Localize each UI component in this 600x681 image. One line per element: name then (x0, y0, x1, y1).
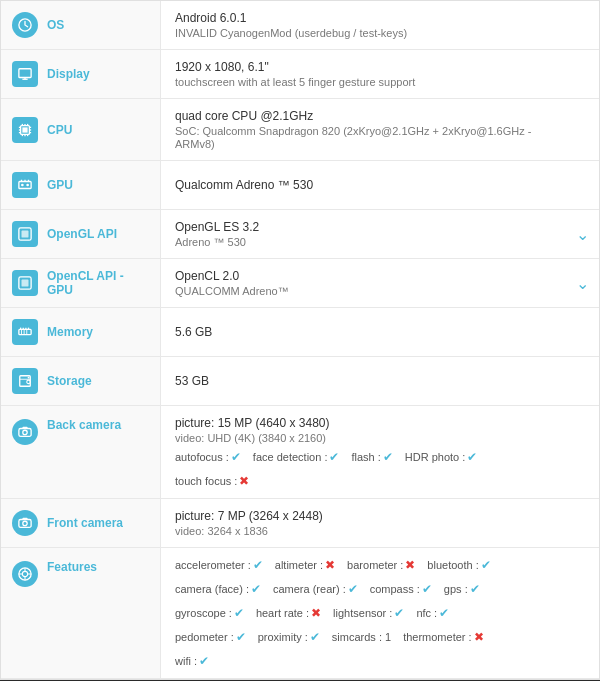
backcamera-sub: video: UHD (4K) (3840 x 2160) (175, 432, 567, 444)
cpu-sub: SoC: Qualcomm Snapdragon 820 (2xKryo@2.1… (175, 125, 567, 137)
svg-point-22 (21, 184, 24, 187)
label-opengl: OpenGL API (1, 210, 161, 258)
os-main: Android 6.0.1 (175, 11, 567, 25)
svg-rect-25 (22, 231, 29, 238)
opencl-sub: QUALCOMM Adreno™ (175, 285, 567, 297)
opencl-chevron[interactable]: ⌄ (576, 274, 589, 293)
label-display: Display (1, 50, 161, 98)
row-opencl: OpenCL API - GPU OpenCL 2.0 QUALCOMM Adr… (1, 259, 599, 308)
row-features: Features accelerometer : ✔ altimeter : ✖… (1, 548, 599, 679)
os-value: Android 6.0.1 INVALID CyanogenMod (userd… (161, 1, 599, 49)
features-label: Features (47, 560, 97, 574)
cpu-label: CPU (47, 123, 72, 137)
display-sub: touchscreen with at least 5 finger gestu… (175, 76, 567, 88)
svg-rect-42 (22, 427, 27, 429)
svg-point-38 (28, 377, 30, 379)
backcamera-label: Back camera (47, 418, 121, 432)
display-value: 1920 x 1080, 6.1" touchscreen with at le… (161, 50, 599, 98)
features-value: accelerometer : ✔ altimeter : ✖ baromete… (161, 548, 599, 678)
cpu-value: quad core CPU @2.1GHz SoC: Qualcomm Snap… (161, 99, 599, 160)
label-storage: Storage (1, 357, 161, 405)
opengl-value: OpenGL ES 3.2 Adreno ™ 530 ⌄ (161, 210, 599, 258)
svg-point-39 (27, 380, 31, 384)
cpu-icon (11, 116, 39, 144)
features-line-3: gyroscope : ✔ heart rate : ✖ lightsensor… (175, 606, 567, 620)
display-label: Display (47, 67, 90, 81)
opengl-chevron[interactable]: ⌄ (576, 225, 589, 244)
opencl-main: OpenCL 2.0 (175, 269, 567, 283)
backcamera-value: picture: 15 MP (4640 x 3480) video: UHD … (161, 406, 599, 498)
memory-value: 5.6 GB (161, 308, 599, 356)
row-cpu: CPU quad core CPU @2.1GHz SoC: Qualcomm … (1, 99, 599, 161)
frontcamera-sub: video: 3264 x 1836 (175, 525, 567, 537)
cpu-sub2: ARMv8) (175, 138, 567, 150)
frontcamera-value: picture: 7 MP (3264 x 2448) video: 3264 … (161, 499, 599, 547)
label-os: OS (1, 1, 161, 49)
svg-rect-27 (22, 280, 29, 287)
os-label: OS (47, 18, 64, 32)
backcamera-features-line2: touch focus : ✖ (175, 474, 567, 488)
svg-rect-45 (22, 518, 27, 520)
feature-autofocus: autofocus : ✔ (175, 450, 241, 464)
os-sub: INVALID CyanogenMod (userdebug / test-ke… (175, 27, 567, 39)
label-features: Features (1, 548, 161, 678)
svg-rect-1 (19, 69, 31, 78)
gpu-value: Qualcomm Adreno ™ 530 (161, 161, 599, 209)
feature-face-detection: face detection : ✔ (253, 450, 340, 464)
opencl-icon (11, 269, 39, 297)
row-display: Display 1920 x 1080, 6.1" touchscreen wi… (1, 50, 599, 99)
display-main: 1920 x 1080, 6.1" (175, 60, 567, 74)
svg-rect-18 (19, 182, 31, 189)
backcamera-icon (11, 418, 39, 446)
features-line-2: camera (face) : ✔ camera (rear) : ✔ comp… (175, 582, 567, 596)
storage-icon (11, 367, 39, 395)
memory-icon (11, 318, 39, 346)
os-icon (11, 11, 39, 39)
feature-flash: flash : ✔ (351, 450, 392, 464)
svg-point-47 (22, 571, 27, 576)
gpu-label: GPU (47, 178, 73, 192)
svg-point-44 (23, 521, 27, 525)
row-storage: Storage 53 GB (1, 357, 599, 406)
gpu-icon (11, 171, 39, 199)
opengl-main: OpenGL ES 3.2 (175, 220, 567, 234)
row-memory: Memory 5.6 GB (1, 308, 599, 357)
device-info-table: OS Android 6.0.1 INVALID CyanogenMod (us… (0, 0, 600, 680)
memory-main: 5.6 GB (175, 325, 567, 339)
storage-value: 53 GB (161, 357, 599, 405)
memory-label: Memory (47, 325, 93, 339)
row-gpu: GPU Qualcomm Adreno ™ 530 (1, 161, 599, 210)
frontcamera-main: picture: 7 MP (3264 x 2448) (175, 509, 567, 523)
label-gpu: GPU (1, 161, 161, 209)
opengl-label: OpenGL API (47, 227, 117, 241)
backcamera-main: picture: 15 MP (4640 x 3480) (175, 416, 567, 430)
label-memory: Memory (1, 308, 161, 356)
row-backcamera: Back camera picture: 15 MP (4640 x 3480)… (1, 406, 599, 499)
label-frontcamera: Front camera (1, 499, 161, 547)
opengl-sub: Adreno ™ 530 (175, 236, 567, 248)
feature-touch-focus: touch focus : ✖ (175, 474, 249, 488)
label-opencl: OpenCL API - GPU (1, 259, 161, 307)
opencl-value: OpenCL 2.0 QUALCOMM Adreno™ ⌄ (161, 259, 599, 307)
label-backcamera: Back camera (1, 406, 161, 498)
display-icon (11, 60, 39, 88)
cpu-main: quad core CPU @2.1GHz (175, 109, 567, 123)
feature-hdr-photo: HDR photo : ✔ (405, 450, 478, 464)
svg-point-41 (23, 430, 27, 434)
backcamera-features-line1: autofocus : ✔ face detection : ✔ flash :… (175, 450, 567, 464)
features-line-5: wifi : ✔ (175, 654, 567, 668)
gpu-main: Qualcomm Adreno ™ 530 (175, 178, 567, 192)
row-opengl: OpenGL API OpenGL ES 3.2 Adreno ™ 530 ⌄ (1, 210, 599, 259)
row-os: OS Android 6.0.1 INVALID CyanogenMod (us… (1, 1, 599, 50)
frontcamera-label: Front camera (47, 516, 123, 530)
storage-label: Storage (47, 374, 92, 388)
features-icon (11, 560, 39, 588)
features-line-1: accelerometer : ✔ altimeter : ✖ baromete… (175, 558, 567, 572)
frontcamera-icon (11, 509, 39, 537)
svg-point-23 (26, 184, 29, 187)
svg-rect-5 (22, 127, 27, 132)
features-line-4: pedometer : ✔ proximity : ✔ simcards : 1… (175, 630, 567, 644)
row-frontcamera: Front camera picture: 7 MP (3264 x 2448)… (1, 499, 599, 548)
storage-main: 53 GB (175, 374, 567, 388)
svg-rect-28 (19, 329, 31, 334)
